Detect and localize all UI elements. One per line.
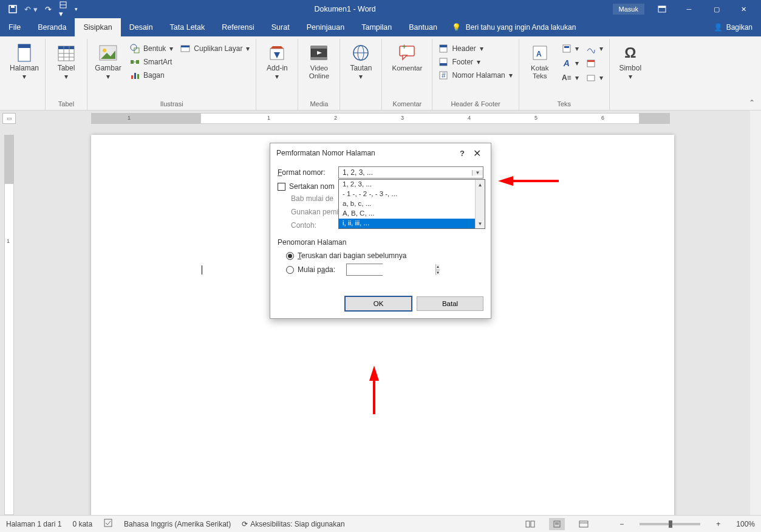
format-option[interactable]: a, b, c, ... [339, 199, 485, 209]
include-chapter-checkbox[interactable] [278, 183, 285, 191]
addins-button[interactable]: Add-in▾ [260, 41, 294, 82]
smartart-button[interactable]: SmartArt [128, 56, 176, 68]
startat-input[interactable] [347, 264, 435, 275]
tab-view[interactable]: Tampilan [353, 18, 400, 36]
undo-icon[interactable]: ↶ ▾ [24, 5, 38, 14]
format-option[interactable]: - 1 -, - 2 -, - 3 -, ... [339, 189, 485, 199]
symbol-button[interactable]: Ω Simbol▾ [613, 41, 647, 82]
format-dropdown-list[interactable]: 1, 2, 3, ... - 1 -, - 2 -, - 3 -, ... a,… [338, 179, 485, 229]
object-button[interactable]: ▾ [584, 72, 606, 84]
startat-spinner[interactable]: ▲▼ [346, 264, 383, 276]
format-option[interactable]: 1, 2, 3, ... [339, 180, 485, 189]
group-illustrations-label: Ilustrasi [91, 98, 252, 110]
tab-insert[interactable]: Sisipkan [75, 18, 120, 36]
pictures-button[interactable]: Gambar▾ [91, 41, 125, 82]
onlinevideo-button[interactable]: Video Online [302, 41, 336, 81]
status-language[interactable]: Bahasa Inggris (Amerika Serikat) [124, 520, 231, 528]
signin-button[interactable]: Masuk [613, 4, 644, 15]
status-spellcheck-icon[interactable] [103, 518, 113, 530]
ok-button[interactable]: OK [345, 296, 412, 311]
status-wordcount[interactable]: 0 kata [72, 520, 92, 528]
chart-button[interactable]: Bagan [128, 69, 176, 81]
pagenumber-button[interactable]: #Nomor Halaman ▾ [436, 69, 514, 81]
vruler-num: 1 [7, 238, 10, 244]
format-number-value: 1, 2, 3, ... [339, 168, 472, 177]
tab-references[interactable]: Referensi [213, 18, 263, 36]
weblayout-view-icon[interactable] [576, 518, 592, 530]
links-button[interactable]: Tautan▾ [344, 41, 378, 82]
annotation-arrow-up [369, 366, 379, 414]
tab-home[interactable]: Beranda [29, 18, 75, 36]
group-media-label: Media [302, 98, 336, 110]
zoom-out-button[interactable]: − [619, 520, 624, 528]
tab-review[interactable]: Peninjauan [298, 18, 353, 36]
status-page[interactable]: Halaman 1 dari 1 [6, 520, 61, 528]
dialog-help-icon[interactable]: ? [455, 149, 469, 158]
vertical-ruler[interactable]: 1 [2, 135, 16, 515]
quick-access-toolbar: ↶ ▾ ↷ ▾ ▾ [4, 1, 78, 18]
pagenumber-icon: # [439, 70, 448, 80]
table-button[interactable]: Tabel▾ [49, 41, 83, 82]
chevron-down-icon[interactable]: ▼ [472, 170, 483, 176]
maximize-icon[interactable]: ▢ [703, 0, 730, 18]
format-option[interactable]: A, B, C, ... [339, 209, 485, 219]
dialog-close-icon[interactable]: ✕ [469, 148, 485, 159]
textbox-button[interactable]: A Kotak Teks [523, 41, 557, 81]
continue-radio[interactable] [286, 252, 294, 260]
zoom-slider[interactable] [640, 523, 700, 525]
page-number-format-dialog: Pemformatan Nomor Halaman ? ✕ Format nom… [270, 143, 491, 319]
wordart-button[interactable]: A▾ [559, 57, 581, 69]
link-icon [350, 43, 371, 63]
format-option-selected[interactable]: i, ii, iii, ... [339, 219, 485, 228]
tab-layout[interactable]: Tata Letak [162, 18, 214, 36]
footer-button[interactable]: Footer ▾ [436, 56, 514, 68]
collapse-ribbon-icon[interactable]: ⌃ [749, 98, 755, 107]
symbol-label: Simbol [619, 64, 641, 72]
dropdown-scrollbar[interactable]: ▲ ▼ [475, 180, 485, 228]
spin-down-icon[interactable]: ▼ [436, 270, 440, 276]
vertical-scrollbar[interactable] [750, 111, 761, 515]
zoom-level[interactable]: 100% [736, 520, 755, 528]
readmode-view-icon[interactable] [522, 518, 538, 530]
header-button[interactable]: Header ▾ [436, 43, 514, 55]
links-label: Tautan [350, 64, 372, 72]
startat-label: Mulai pada: [298, 265, 346, 274]
tab-file[interactable]: File [0, 18, 29, 36]
tab-mailings[interactable]: Surat [263, 18, 298, 36]
horizontal-ruler[interactable]: 1 1 2 3 4 5 6 [91, 113, 670, 124]
ruler-num: 1 [128, 115, 131, 121]
startat-radio[interactable] [286, 266, 294, 274]
ribbon-display-icon[interactable] [648, 0, 675, 18]
format-number-combo[interactable]: 1, 2, 3, ... ▼ [338, 166, 483, 179]
svg-rect-43 [440, 63, 447, 66]
share-button[interactable]: 👤 Bagikan [705, 18, 761, 36]
minimize-icon[interactable]: ─ [675, 0, 703, 18]
scroll-down-icon[interactable]: ▼ [476, 219, 485, 228]
screenshot-button[interactable]: Cuplikan Layar ▾ [178, 43, 252, 55]
signature-button[interactable]: ▾ [584, 43, 606, 55]
tell-me-search[interactable]: 💡 Beri tahu yang ingin Anda lakukan [446, 18, 582, 36]
pages-button[interactable]: Halaman▾ [7, 41, 41, 82]
comment-button[interactable]: + Komentar [386, 41, 428, 73]
datetime-button[interactable] [584, 57, 606, 69]
ruler-corner[interactable]: ▭ [2, 113, 16, 124]
scroll-up-icon[interactable]: ▲ [476, 180, 485, 189]
tell-me-label: Beri tahu yang ingin Anda lakukan [466, 23, 576, 32]
spin-up-icon[interactable]: ▲ [436, 264, 440, 270]
redo-icon[interactable]: ↷ [45, 5, 52, 14]
close-icon[interactable]: ✕ [730, 0, 757, 18]
cancel-button[interactable]: Batal [417, 296, 483, 311]
dialog-titlebar[interactable]: Pemformatan Nomor Halaman ? ✕ [270, 143, 491, 163]
quickparts-button[interactable]: ▾ [559, 43, 581, 55]
ribbon-tabs: File Beranda Sisipkan Desain Tata Letak … [0, 18, 761, 36]
printlayout-view-icon[interactable] [549, 518, 565, 530]
zoom-in-button[interactable]: + [716, 520, 720, 528]
status-accessibility[interactable]: ⟳Aksesibilitas: Siap digunakan [242, 520, 344, 528]
touchmode-icon[interactable]: ▾ [59, 1, 67, 18]
save-icon[interactable] [9, 5, 17, 13]
dropcap-button[interactable]: A≡▾ [559, 72, 581, 84]
svg-point-17 [131, 44, 137, 50]
tab-help[interactable]: Bantuan [400, 18, 446, 36]
shapes-button[interactable]: Bentuk ▾ [128, 43, 176, 55]
tab-design[interactable]: Desain [121, 18, 162, 36]
